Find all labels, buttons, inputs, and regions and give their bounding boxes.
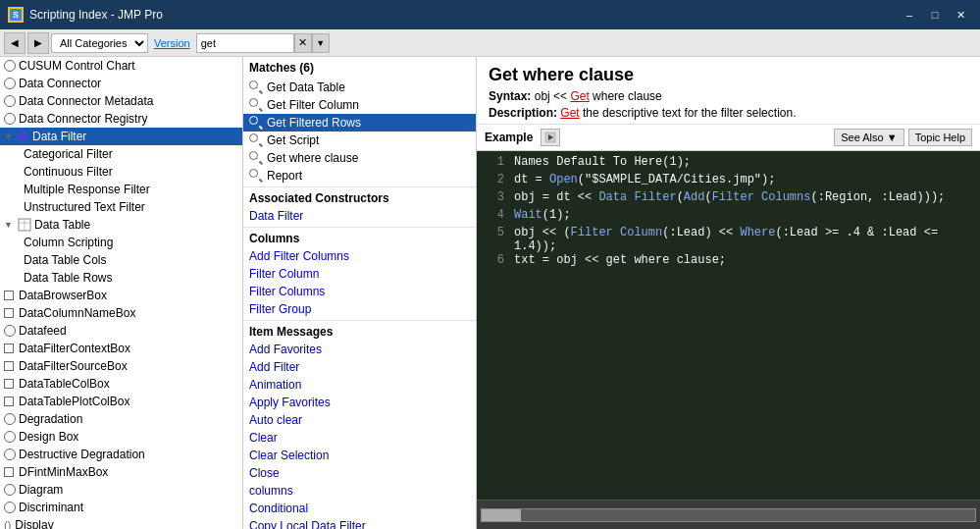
link-item-copy-local-data-filter[interactable]: Copy Local Data Filter	[243, 517, 476, 529]
tree-item-data-filter[interactable]: ▼ Data Filter	[0, 128, 242, 145]
syntax-prefix: Syntax:	[489, 89, 531, 103]
link-item-auto-clear[interactable]: Auto clear	[243, 411, 476, 429]
tree-item-categorical-filter[interactable]: Categorical Filter	[0, 145, 242, 163]
tree-item-datafeed[interactable]: Datafeed	[0, 322, 242, 340]
tree-item-label: Data Connector	[19, 77, 101, 90]
match-item-get-data-table[interactable]: Get Data Table	[243, 79, 476, 96]
tree-item-datatabpleplotcolbox[interactable]: DataTablePlotColBox	[0, 393, 242, 410]
tree-item-data-connector[interactable]: Data Connector	[0, 75, 242, 92]
match-item-get-script[interactable]: Get Script	[243, 132, 476, 149]
tree-item-column-scripting[interactable]: Column Scripting	[0, 234, 242, 251]
example-toolbar: Example See Also ▼ Topic Help	[477, 125, 980, 151]
link-item-close[interactable]: Close	[243, 464, 476, 482]
tree-item-multiple-response-filter[interactable]: Multiple Response Filter	[0, 181, 242, 198]
tree-item-display[interactable]: () Display	[0, 516, 242, 529]
tree-item-label: Destructive Degradation	[19, 448, 145, 461]
link-item-add-filter-columns[interactable]: Add Filter Columns	[243, 247, 476, 265]
circle-icon	[4, 60, 16, 72]
left-panel: CUSUM Control Chart Data Connector Data …	[0, 57, 243, 529]
tree-item-data-connector-reg[interactable]: Data Connector Registry	[0, 110, 242, 128]
link-item-filter-columns[interactable]: Filter Columns	[243, 283, 476, 300]
match-label: Get Script	[267, 133, 319, 147]
close-button[interactable]: ✕	[949, 5, 972, 25]
desc-prefix: Description:	[489, 106, 557, 120]
run-example-button[interactable]	[541, 129, 560, 146]
tree-item-datafiltercontextbox[interactable]: DataFilterContextBox	[0, 340, 242, 357]
square-icon	[4, 379, 14, 389]
parens-icon: ()	[4, 519, 11, 529]
tree-item-label: Data Table Cols	[24, 253, 107, 267]
version-link[interactable]: Version	[154, 37, 190, 49]
square-icon	[4, 467, 14, 477]
tree-item-diagram[interactable]: Diagram	[0, 481, 242, 499]
link-label: Filter Column	[249, 267, 319, 281]
link-item-data-filter[interactable]: Data Filter	[243, 207, 476, 225]
tree-item-unstructured-text-filter[interactable]: Unstructured Text Filter	[0, 198, 242, 216]
tree-item-label: DataBrowserBox	[19, 289, 107, 302]
circle-icon	[4, 325, 16, 337]
tree-item-data-table[interactable]: ▼ Data Table	[0, 216, 242, 234]
horizontal-scrollbar[interactable]	[481, 508, 976, 522]
tree-item-discriminant[interactable]: Discriminant	[0, 499, 242, 516]
link-item-apply-favorites[interactable]: Apply Favorites	[243, 394, 476, 411]
match-item-get-where-clause[interactable]: Get where clause	[243, 149, 476, 167]
link-item-conditional[interactable]: Conditional	[243, 500, 476, 517]
tree-item-datafiltersourcebox[interactable]: DataFilterSourceBox	[0, 357, 242, 375]
tree-item-label: Continuous Filter	[24, 165, 113, 179]
code-text: dt = Open("$SAMPLE_DATA/Cities.jmp");	[514, 173, 972, 186]
window-title: Scripting Index - JMP Pro	[29, 8, 898, 22]
category-dropdown[interactable]: All Categories	[51, 33, 148, 53]
link-label: Clear Selection	[249, 449, 329, 462]
link-item-add-favorites[interactable]: Add Favorites	[243, 341, 476, 358]
table-icon	[18, 218, 31, 232]
link-item-clear-selection[interactable]: Clear Selection	[243, 447, 476, 464]
forward-button[interactable]: ▶	[27, 32, 49, 54]
tree-item-datatablecolbox[interactable]: DataTableColBox	[0, 375, 242, 393]
see-also-button[interactable]: See Also ▼	[834, 129, 903, 146]
search-dropdown-button[interactable]: ▼	[312, 33, 330, 53]
code-line-4: 4 Wait(1);	[485, 208, 972, 226]
link-item-add-filter[interactable]: Add Filter	[243, 358, 476, 376]
link-label: Copy Local Data Filter	[249, 519, 366, 529]
link-item-clear[interactable]: Clear	[243, 429, 476, 447]
tree-item-data-connector-meta[interactable]: Data Connector Metadata	[0, 92, 242, 110]
topic-help-button[interactable]: Topic Help	[908, 129, 972, 146]
tree-item-data-table-rows[interactable]: Data Table Rows	[0, 269, 242, 287]
code-line-6: 6 txt = obj << get where clause;	[485, 253, 972, 271]
line-number: 3	[485, 190, 504, 204]
tree-item-destructive-degradation[interactable]: Destructive Degradation	[0, 446, 242, 463]
tree-item-data-table-cols[interactable]: Data Table Cols	[0, 251, 242, 269]
circle-icon	[4, 413, 16, 425]
match-item-get-filter-column[interactable]: Get Filter Column	[243, 96, 476, 114]
app-icon: S	[8, 7, 24, 23]
minimize-button[interactable]: –	[898, 5, 921, 25]
match-item-get-filtered-rows[interactable]: Get Filtered Rows	[243, 114, 476, 132]
link-item-filter-column[interactable]: Filter Column	[243, 265, 476, 283]
match-item-report[interactable]: Report	[243, 167, 476, 185]
tree-item-degradation[interactable]: Degradation	[0, 410, 242, 428]
code-text: obj = dt << Data Filter(Add(Filter Colum…	[514, 190, 972, 204]
window-controls: – □ ✕	[898, 5, 972, 25]
maximize-button[interactable]: □	[923, 5, 947, 25]
link-label: Filter Columns	[249, 285, 325, 298]
back-button[interactable]: ◀	[4, 32, 26, 54]
search-clear-button[interactable]: ✕	[294, 33, 312, 53]
circle-icon	[4, 95, 16, 107]
tree-item-label: Data Table	[34, 218, 90, 232]
tree-item-label: Discriminant	[19, 501, 83, 514]
link-item-filter-group[interactable]: Filter Group	[243, 300, 476, 318]
search-input[interactable]	[196, 33, 294, 53]
link-item-animation[interactable]: Animation	[243, 376, 476, 394]
tree-item-databrowserbox[interactable]: DataBrowserBox	[0, 287, 242, 304]
link-item-columns-msg[interactable]: columns	[243, 482, 476, 500]
tree-item-dfintminmaxbox[interactable]: DFintMinMaxBox	[0, 463, 242, 481]
tree-item-datacolumnnamebox[interactable]: DataColumnNameBox	[0, 304, 242, 322]
tree-item-cusum[interactable]: CUSUM Control Chart	[0, 57, 242, 75]
code-line-3: 3 obj = dt << Data Filter(Add(Filter Col…	[485, 190, 972, 208]
code-text: Wait(1);	[514, 208, 972, 222]
line-number: 2	[485, 173, 504, 186]
tree-item-design-box[interactable]: Design Box	[0, 428, 242, 446]
tree-item-continuous-filter[interactable]: Continuous Filter	[0, 163, 242, 181]
section-item-messages: Item Messages	[243, 320, 476, 341]
circle-icon	[4, 484, 16, 496]
